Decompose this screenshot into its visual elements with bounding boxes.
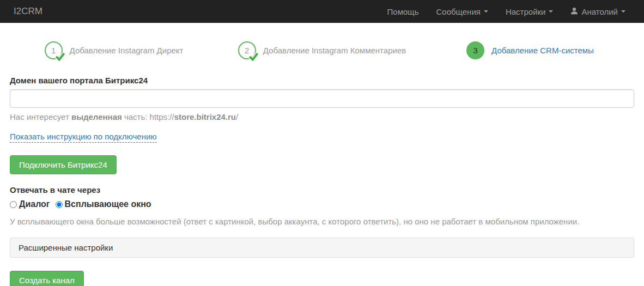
nav-item-settings[interactable]: Настройки (497, 7, 562, 16)
navbar-menu: Помощь Сообщения Настройки Анатолий (379, 7, 634, 16)
step-3-circle: 3 (466, 41, 484, 59)
show-instruction-link[interactable]: Показать инструкцию по подключению (10, 132, 157, 143)
nav-item-label: Помощь (387, 7, 419, 16)
caret-down-icon (621, 10, 625, 13)
nav-item-user-menu[interactable]: Анатолий (562, 7, 634, 16)
advanced-settings-panel[interactable]: Расширенные настройки (10, 238, 634, 258)
help-text-part: Нас интересует (10, 112, 71, 121)
domain-label: Домен вашего портала Битрикс24 (10, 76, 634, 85)
popup-note-text: У всплывающего окна больше возможностей … (10, 217, 634, 226)
radio-dialog-label[interactable]: Диалог (19, 199, 50, 209)
caret-down-icon (549, 10, 553, 13)
radio-dialog[interactable] (10, 201, 17, 208)
check-icon (249, 53, 258, 63)
nav-item-messages[interactable]: Сообщения (427, 7, 496, 16)
help-text-part: / (236, 112, 238, 121)
step-1-circle: 1 (45, 41, 63, 59)
step-label: Добавление Instagram Комментариев (263, 46, 406, 55)
chat-mode-label: Отвечать в чате через (10, 185, 634, 194)
help-text-bold: store.bitrix24.ru (174, 112, 236, 121)
step-label: Добавление CRM-системы (491, 46, 594, 55)
check-icon (56, 53, 65, 63)
nav-item-label: Настройки (506, 7, 546, 16)
radio-popup[interactable] (56, 201, 63, 208)
chat-mode-radios: Диалог Всплывающее окно (10, 199, 634, 209)
step-1-instagram-direct[interactable]: 1 Добавление Instagram Директ (10, 41, 218, 59)
help-text-bold: выделенная (71, 112, 122, 121)
radio-popup-label[interactable]: Всплывающее окно (65, 199, 151, 209)
nav-item-label: Сообщения (436, 7, 480, 16)
step-2-instagram-comments[interactable]: 2 Добавление Instagram Комментариев (218, 41, 426, 59)
top-navbar: I2CRM Помощь Сообщения Настройки Анатоли… (0, 0, 644, 23)
step-3-crm-system[interactable]: 3 Добавление CRM-системы (426, 41, 634, 59)
wizard-steps: 1 Добавление Instagram Директ 2 Добавлен… (0, 41, 644, 59)
main-content: Домен вашего портала Битрикс24 Нас интер… (0, 76, 644, 286)
create-channel-button[interactable]: Создать канал (10, 271, 84, 286)
user-icon (570, 7, 578, 16)
step-2-circle: 2 (238, 41, 256, 59)
step-number: 3 (473, 46, 477, 55)
connect-bitrix24-button[interactable]: Подключить Битрикс24 (10, 155, 117, 174)
domain-help-text: Нас интересует выделенная часть: https:/… (10, 112, 634, 121)
step-label: Добавление Instagram Директ (70, 46, 184, 55)
nav-item-help[interactable]: Помощь (379, 7, 428, 16)
brand-logo[interactable]: I2CRM (14, 6, 42, 17)
domain-input[interactable] (10, 89, 634, 108)
help-text-part: часть: https:// (122, 112, 174, 121)
caret-down-icon (484, 10, 488, 13)
nav-item-label: Анатолий (581, 7, 618, 16)
